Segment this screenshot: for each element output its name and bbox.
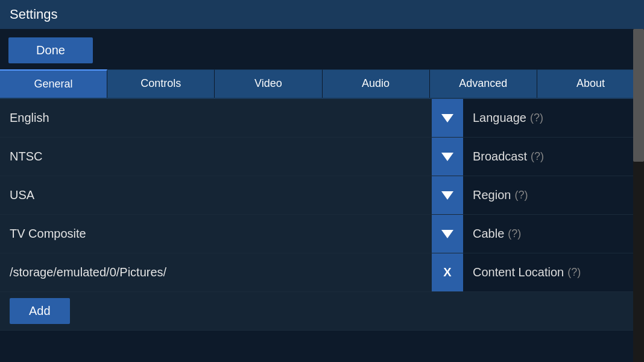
broadcast-help: (?) [531,150,544,163]
region-help: (?) [514,189,528,202]
cable-help: (?) [508,227,521,240]
region-value-cell: USA [0,176,432,214]
page-title: Settings [10,7,58,22]
setting-row-language: English Language (?) [0,99,644,138]
setting-row-broadcast: NTSC Broadcast (?) [0,138,644,176]
done-row: Done [0,29,644,69]
tab-bar: General Controls Video Audio Advanced Ab… [0,69,644,99]
content-location-label: Content Location [473,265,564,279]
language-label: Language [473,111,526,125]
scrollbar-thumb[interactable] [633,29,644,162]
broadcast-dropdown-button[interactable] [432,138,463,176]
cable-label: Cable [473,227,504,241]
add-row: Add [0,292,644,331]
dropdown-icon [441,191,453,200]
tab-video[interactable]: Video [215,69,322,98]
settings-list: English Language (?) NTSC Broadcast (?) [0,99,644,362]
title-bar: Settings [0,0,644,29]
scrollbar[interactable] [633,29,644,362]
content-location-value-cell: /storage/emulated/0/Pictures/ [0,253,432,291]
main-content: Done General Controls Video Audio Advanc… [0,29,644,362]
cable-value: TV Composite [10,227,86,241]
region-label-cell: Region (?) [463,176,644,214]
tab-about[interactable]: About [537,69,644,98]
broadcast-value: NTSC [10,150,42,164]
language-value-cell: English [0,99,432,137]
tab-general[interactable]: General [0,69,107,98]
tab-controls[interactable]: Controls [107,69,215,98]
done-button[interactable]: Done [8,37,93,63]
language-dropdown-button[interactable] [432,99,463,137]
language-help: (?) [530,112,543,124]
x-icon: X [443,265,451,279]
add-row-left: Add [0,292,644,330]
region-dropdown-button[interactable] [432,176,463,214]
dropdown-icon [441,114,453,122]
setting-row-content-location: /storage/emulated/0/Pictures/ X Content … [0,253,644,292]
cable-dropdown-button[interactable] [432,215,463,253]
language-label-cell: Language (?) [463,99,644,137]
setting-row-region: USA Region (?) [0,176,644,215]
content-location-label-cell: Content Location (?) [463,253,644,291]
broadcast-label-cell: Broadcast (?) [463,138,644,176]
broadcast-label: Broadcast [473,150,527,164]
content-location-clear-button[interactable]: X [432,253,463,291]
tab-audio[interactable]: Audio [323,69,430,98]
region-label: Region [473,188,511,202]
language-value: English [10,111,49,125]
cable-label-cell: Cable (?) [463,215,644,253]
setting-row-cable: TV Composite Cable (?) [0,215,644,253]
dropdown-icon [441,230,453,238]
content-location-value: /storage/emulated/0/Pictures/ [10,265,166,279]
content-location-help: (?) [567,266,581,279]
add-button[interactable]: Add [10,298,70,324]
cable-value-cell: TV Composite [0,215,432,253]
broadcast-value-cell: NTSC [0,138,432,176]
dropdown-icon [441,153,453,161]
region-value: USA [10,188,34,202]
tab-advanced[interactable]: Advanced [430,69,537,98]
